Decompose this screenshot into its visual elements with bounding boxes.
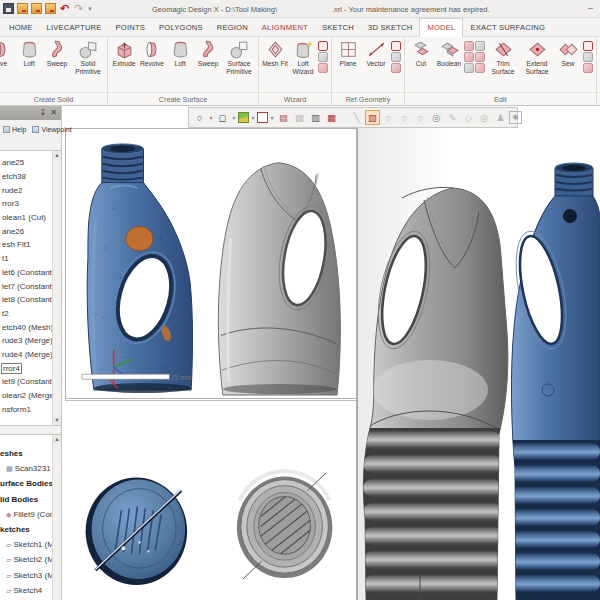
viewport-right[interactable] (358, 128, 600, 600)
tab-3d-sketch[interactable]: 3D SKETCH (361, 18, 419, 36)
dropdown-caret-icon[interactable]: ▾ (208, 110, 214, 125)
region-cube-icon[interactable] (238, 112, 249, 123)
tab-model[interactable]: MODEL (419, 18, 463, 37)
tree-item[interactable]: ane26 (1, 224, 51, 238)
ribbon-button-olve[interactable]: olve (0, 39, 15, 68)
shaded-view-icon[interactable]: ○ (192, 110, 207, 125)
tab-polygons[interactable]: POLYGONS (152, 18, 210, 36)
minimize-button[interactable]: – (588, 3, 593, 13)
ribbon-button-loft-wizard[interactable]: Loft Wizard (289, 39, 317, 75)
tree-item[interactable]: let7 (Constant) (1, 279, 51, 293)
ribbon-button-revolve[interactable]: Revolve (138, 39, 166, 68)
scroll-up-icon[interactable]: ▲ (53, 151, 61, 160)
ribbon-button-cut[interactable]: Cut (407, 39, 435, 68)
tree-item[interactable]: ▱Sketch4 (0, 583, 51, 598)
circle-select-icon[interactable]: ○ (381, 110, 396, 125)
ribbon-button-loft[interactable]: Loft (166, 39, 194, 68)
sketch-wizard-small-icon[interactable] (318, 52, 328, 62)
multi-viewport-icon[interactable]: ▥ (308, 110, 323, 125)
bodies-tree-scrollbar[interactable]: ▲ (52, 435, 61, 600)
tree-item[interactable]: etch40 (Mesh) (1, 320, 51, 334)
ribbon-button-extrude[interactable]: Extrude (110, 39, 138, 68)
tree-item[interactable]: rude3 (Merge) (1, 334, 51, 348)
panel-tab-viewpoint[interactable]: Viewpoint (32, 126, 71, 133)
magnifier-icon[interactable]: ◎ (477, 110, 492, 125)
tree-item[interactable]: etch38 (1, 170, 51, 184)
draft-small-icon[interactable] (464, 63, 474, 73)
freeform-select-icon[interactable]: ○ (413, 110, 428, 125)
tree-item[interactable]: rror3 (1, 197, 51, 211)
tree-item[interactable]: olean2 (Merge) (1, 389, 51, 403)
tab-points[interactable]: POINTS (109, 18, 152, 36)
quick-access-caret-icon[interactable]: ▾ (87, 3, 93, 14)
delete-face-small-icon[interactable] (583, 63, 593, 73)
plane-display-icon[interactable]: ▤ (276, 110, 291, 125)
tab-region[interactable]: REGION (210, 18, 255, 36)
bounding-box-icon[interactable] (257, 112, 268, 123)
tree-item[interactable]: eshes (0, 446, 51, 461)
dropdown-caret-icon[interactable]: ▾ (250, 110, 256, 125)
tree-item[interactable]: esh Fit1 (1, 238, 51, 252)
dropdown-caret-icon[interactable]: ▾ (231, 110, 237, 125)
tab-livecapture[interactable]: LIVECAPTURE (40, 18, 109, 36)
ribbon-button-solid-primitive[interactable]: Solid Primitive (71, 39, 105, 75)
ribbon-button-loft[interactable]: Loft (15, 39, 43, 68)
tab-home[interactable]: HOME (2, 18, 40, 36)
shell-small-icon[interactable] (464, 52, 474, 62)
tree-item[interactable]: lid Bodies (0, 492, 51, 507)
close-icon[interactable]: ✕ (50, 109, 57, 117)
tree-item[interactable]: let8 (Constant) (1, 293, 51, 307)
ribbon-button-boolean[interactable]: Boolean (435, 39, 463, 68)
transform-small-icon[interactable] (583, 52, 593, 62)
undo-icon[interactable]: ↶ (59, 3, 70, 14)
patch-wizard-small-icon[interactable] (318, 63, 328, 73)
tree-item[interactable]: ketches (0, 522, 51, 537)
feature-tree-scrollbar[interactable]: ▲ ▼ (52, 151, 61, 425)
zoom-icon[interactable]: ◎ (429, 110, 444, 125)
dropdown-caret-icon[interactable]: ▾ (269, 110, 275, 125)
rectangle-select-icon[interactable]: ▨ (365, 110, 380, 125)
untrim-small-icon[interactable] (583, 41, 593, 51)
pin-icon[interactable]: ↧ (40, 109, 47, 117)
ribbon-button-plane[interactable]: Plane (334, 39, 362, 68)
tree-item[interactable]: olean1 (Cut) (1, 211, 51, 225)
settings-icon[interactable]: ✱ (509, 111, 522, 124)
tree-item[interactable]: rude2 (1, 183, 51, 197)
scale-small-icon[interactable] (475, 63, 485, 73)
polyline-small-icon[interactable] (391, 63, 401, 73)
tree-item[interactable]: ▱Sketch3 (Mesh) (0, 568, 51, 583)
tab-exact-surfacing[interactable]: EXACT SURFACING (463, 18, 552, 36)
redo-icon[interactable]: ↷ (73, 3, 84, 14)
mesh-grid-icon[interactable]: ▦ (324, 110, 339, 125)
ribbon-button-trim-surface[interactable]: Trim Surface (486, 39, 520, 75)
presence-icon[interactable]: ♟ (493, 110, 508, 125)
coordinate-small-icon[interactable] (391, 52, 401, 62)
ribbon-button-sweep[interactable]: Sweep (43, 39, 71, 68)
tree-item[interactable]: let9 (Constant) (1, 375, 51, 389)
viewport-bottom-left[interactable] (65, 400, 356, 600)
ribbon-button-surface-primitive[interactable]: Surface Primitive (222, 39, 256, 75)
tree-item[interactable]: ▱Sketch1 (Mesh) (0, 537, 51, 552)
tree-item[interactable]: ▱Sketch2 (Mesh) (0, 552, 51, 567)
polygon-select-icon[interactable]: ○ (397, 110, 412, 125)
tree-item[interactable]: ◆Fillet9 (Constant) (0, 507, 51, 522)
tree-item[interactable]: nsform1 (1, 402, 51, 416)
scroll-up-icon[interactable]: ▲ (53, 435, 61, 444)
ribbon-button-sew[interactable]: Sew (554, 39, 582, 68)
wireframe-cube-icon[interactable]: ◻ (215, 110, 230, 125)
tree-item[interactable]: rude4 (Merge) (1, 348, 51, 362)
line-select-icon[interactable]: ╲ (349, 110, 364, 125)
tree-item[interactable]: ▩Scan3231 (0, 461, 51, 476)
emboss-small-icon[interactable] (475, 52, 485, 62)
export-icon[interactable] (45, 3, 56, 14)
ribbon-button-extend-surface[interactable]: Extend Surface (520, 39, 554, 75)
diamond-tool-icon[interactable]: ◇ (461, 110, 476, 125)
open-file-icon[interactable] (17, 3, 28, 14)
ribbon-button-vector[interactable]: Vector (362, 39, 390, 68)
viewport-top-left[interactable]: 25 mm (65, 128, 357, 399)
sheet-display-icon[interactable]: ▤ (292, 110, 307, 125)
ribbon-button-mesh-fit[interactable]: Mesh Fit (261, 39, 289, 68)
tree-item[interactable]: ane25 (1, 156, 51, 170)
tab-sketch[interactable]: SKETCH (315, 18, 361, 36)
import-icon[interactable] (31, 3, 42, 14)
